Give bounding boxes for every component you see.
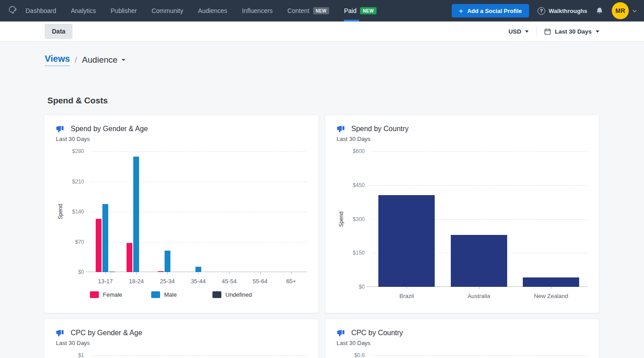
nav-item-publisher[interactable]: Publisher — [111, 0, 137, 21]
bar-spend-brazil[interactable] — [378, 195, 435, 287]
nav-label: Paid — [344, 7, 356, 14]
notifications-bell-icon[interactable] — [596, 7, 603, 15]
breadcrumb-views-link[interactable]: Views — [45, 54, 70, 66]
currency-select[interactable]: USD — [508, 28, 529, 35]
y-axis-tick-label: $140 — [72, 209, 84, 215]
y-axis-tick-label: $1 — [78, 352, 84, 358]
add-social-profile-button[interactable]: + Add a Social Profile — [452, 4, 529, 17]
nav-label: Analytics — [71, 7, 96, 14]
plot-area — [371, 151, 588, 287]
x-axis-tick — [198, 272, 199, 274]
x-axis-category-label: 45-54 — [214, 278, 245, 285]
x-axis-category: 25-34 — [152, 272, 182, 285]
x-axis-labels: 13-1718-2425-3435-4445-5455-6465+ — [90, 272, 307, 285]
bar-male-18-24[interactable] — [133, 157, 139, 272]
category-slot — [183, 267, 214, 272]
card-header: CPC by Country Last 30 Days — [325, 319, 599, 346]
y-axis-tick-label: $0 — [78, 269, 84, 275]
bars-layer — [371, 151, 588, 287]
y-axis-ticks: $0$150$300$450$600 — [346, 151, 371, 287]
user-menu[interactable]: MR — [612, 2, 637, 19]
gridline — [90, 355, 307, 356]
x-axis-tick — [551, 287, 551, 289]
legend-item-male[interactable]: Male — [151, 291, 212, 298]
x-axis-category-label: 18-24 — [121, 278, 152, 285]
x-axis-category-label: Brazil — [371, 293, 443, 299]
nav-item-dashboard[interactable]: Dashboard — [25, 0, 56, 21]
card-subtitle: Last 30 Days — [56, 136, 307, 142]
bar-male-35-44[interactable] — [195, 267, 201, 272]
plot-area — [371, 355, 588, 358]
megaphone-icon — [337, 330, 345, 337]
primary-nav: Dashboard Analytics Publisher Community … — [25, 0, 377, 21]
x-axis-category: New Zealand — [515, 287, 588, 299]
card-subtitle: Last 30 Days — [56, 340, 307, 346]
card-cpc-by-country: CPC by Country Last 30 Days $0.6 — [325, 319, 600, 358]
avatar: MR — [612, 2, 629, 19]
legend-label: Undefined — [225, 291, 252, 298]
bar-male-13-17[interactable] — [102, 204, 108, 272]
nav-item-analytics[interactable]: Analytics — [71, 0, 96, 21]
chart-area: Spend $0$70$140$210$280 — [44, 151, 318, 272]
card-title: Spend by Country — [352, 125, 409, 133]
y-axis-title — [337, 355, 346, 358]
top-navigation: Dashboard Analytics Publisher Community … — [0, 0, 644, 21]
x-axis-category: Australia — [443, 287, 515, 299]
walkthroughs-button[interactable]: ? Walkthroughs — [538, 7, 587, 15]
breadcrumb-audience-dropdown[interactable]: Audience — [82, 55, 125, 65]
breadcrumb-current-label: Audience — [82, 55, 117, 65]
nav-item-audiences[interactable]: Audiences — [198, 0, 227, 21]
x-axis-category-label: 55-64 — [245, 278, 275, 285]
chart-area: $0.6 — [325, 355, 599, 358]
bar-female-18-24[interactable] — [127, 243, 132, 272]
data-tab[interactable]: Data — [45, 24, 72, 39]
nav-label: Publisher — [111, 7, 137, 14]
megaphone-icon — [56, 330, 64, 337]
bar-spend-new-zealand[interactable] — [523, 277, 579, 287]
currency-value: USD — [508, 28, 521, 35]
date-range-select[interactable]: Last 30 Days — [544, 28, 599, 35]
plot-area — [90, 151, 307, 272]
bar-male-25-34[interactable] — [165, 251, 170, 272]
nav-label: Community — [152, 7, 183, 14]
plot-area — [90, 355, 307, 358]
megaphone-icon — [337, 126, 345, 132]
toolbar-divider — [536, 26, 537, 36]
x-axis-category-label: 25-34 — [152, 278, 182, 285]
card-subtitle: Last 30 Days — [337, 136, 588, 142]
legend-label: Female — [103, 291, 122, 298]
card-header: Spend by Gender & Age Last 30 Days — [44, 115, 318, 142]
nav-item-influencers[interactable]: Influencers — [242, 0, 272, 21]
x-axis-tick — [260, 272, 261, 274]
legend-item-female[interactable]: Female — [90, 291, 151, 298]
legend-swatch — [151, 291, 160, 298]
y-axis-title: Spend — [337, 151, 346, 287]
y-axis-tick-label: $150 — [353, 250, 365, 256]
x-axis-tick — [136, 272, 137, 274]
y-axis-ticks: $0$70$140$210$280 — [65, 151, 90, 272]
x-axis-tick — [407, 287, 407, 289]
walkthroughs-label: Walkthroughs — [549, 8, 587, 14]
category-slot — [121, 157, 152, 272]
x-axis-category: Brazil — [371, 287, 443, 299]
x-axis-category-label: New Zealand — [515, 293, 588, 299]
card-title: CPC by Country — [352, 329, 403, 337]
nav-item-community[interactable]: Community — [152, 0, 183, 21]
date-range-value: Last 30 Days — [555, 28, 592, 35]
active-tab-indicator — [344, 20, 359, 21]
breadcrumb: Views / Audience — [45, 54, 599, 66]
bar-female-13-17[interactable] — [96, 219, 102, 272]
category-slot — [90, 204, 121, 272]
add-social-profile-label: Add a Social Profile — [467, 8, 522, 14]
falcon-logo-icon[interactable] — [0, 5, 25, 17]
y-axis-title — [56, 355, 65, 358]
category-slot — [152, 251, 182, 272]
x-axis-category: 18-24 — [121, 272, 152, 285]
bar-spend-australia[interactable] — [451, 235, 507, 287]
nav-item-paid[interactable]: Paid NEW — [344, 0, 377, 21]
nav-item-content[interactable]: Content NEW — [288, 0, 330, 21]
legend-item-undefined[interactable]: Undefined — [212, 291, 274, 298]
legend-swatch — [212, 291, 221, 298]
legend-label: Male — [164, 291, 177, 298]
bars-layer — [90, 151, 307, 272]
